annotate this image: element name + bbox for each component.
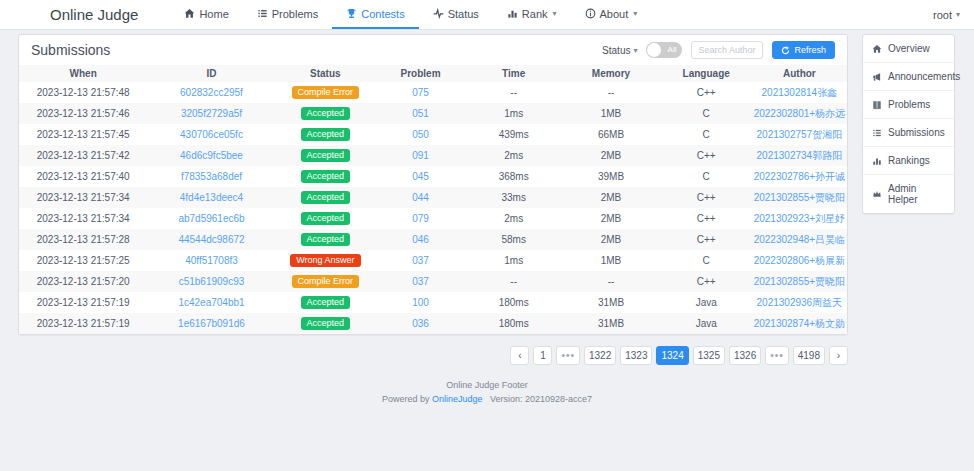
- id-link[interactable]: 44544dc98672: [178, 234, 244, 245]
- table-row: 2023-12-13 21:57:4246d6c9fc5beeAccepted0…: [19, 145, 847, 166]
- sidebar-item-admin-helper[interactable]: Admin Helper: [863, 175, 954, 213]
- id-link[interactable]: 602832cc295f: [180, 87, 243, 98]
- cell-author: 2022302806+杨展新: [752, 250, 847, 271]
- cell-problem: 046: [375, 229, 466, 250]
- author-link[interactable]: 2021302757贺湘阳: [757, 129, 843, 140]
- id-link[interactable]: 3205f2729a5f: [181, 108, 242, 119]
- page-ellipsis[interactable]: •••: [765, 346, 789, 365]
- sidebar-item-label: Submissions: [888, 127, 945, 138]
- mine-all-toggle[interactable]: All: [646, 42, 682, 58]
- column-header-when: When: [19, 65, 147, 82]
- author-link[interactable]: 2021302936周益天: [757, 297, 843, 308]
- problem-link[interactable]: 075: [412, 87, 429, 98]
- problem-link[interactable]: 036: [412, 318, 429, 329]
- id-link[interactable]: 1e6167b091d6: [178, 318, 245, 329]
- brand-logo[interactable]: Online Judge: [50, 0, 138, 29]
- refresh-label: Refresh: [794, 45, 826, 55]
- problem-link[interactable]: 046: [412, 234, 429, 245]
- status-filter-dropdown[interactable]: Status ▾: [602, 45, 637, 56]
- page-button-1326[interactable]: 1326: [729, 346, 761, 365]
- id-link[interactable]: 430706ce05fc: [180, 129, 243, 140]
- id-link[interactable]: 1c42ea704bb1: [178, 297, 244, 308]
- id-link[interactable]: 40ff51708f3: [185, 255, 238, 266]
- page-button-4198[interactable]: 4198: [793, 346, 825, 365]
- panel-header: Submissions Status ▾ All: [19, 35, 847, 65]
- id-link[interactable]: 46d6c9fc5bee: [180, 150, 243, 161]
- cell-when: 2023-12-13 21:57:19: [19, 313, 147, 334]
- nav-item-status[interactable]: Status: [419, 0, 493, 29]
- id-link[interactable]: c51b61909c93: [179, 276, 245, 287]
- cell-memory: 66MB: [561, 124, 660, 145]
- cell-memory: 1MB: [561, 250, 660, 271]
- cell-language: C: [661, 124, 752, 145]
- page-button-1323[interactable]: 1323: [620, 346, 652, 365]
- author-link[interactable]: 2022302948+吕昊临: [754, 234, 845, 245]
- list-icon: [257, 8, 268, 19]
- footer-line1: Online Judge Footer: [0, 379, 974, 393]
- cell-language: C++: [661, 229, 752, 250]
- table-row: 2023-12-13 21:57:2844544dc98672Accepted0…: [19, 229, 847, 250]
- sidebar-item-overview[interactable]: Overview: [863, 35, 954, 63]
- problem-link[interactable]: 079: [412, 213, 429, 224]
- nav-item-home[interactable]: Home: [170, 0, 242, 29]
- cell-time: 1ms: [466, 250, 561, 271]
- sidebar-item-announcements[interactable]: Announcements: [863, 63, 954, 91]
- page-button-1322[interactable]: 1322: [584, 346, 616, 365]
- author-link[interactable]: 2021302855+贾晓阳: [754, 192, 845, 203]
- problem-link[interactable]: 044: [412, 192, 429, 203]
- page-button-1324[interactable]: 1324: [656, 346, 688, 365]
- author-link[interactable]: 2021302923+刘星妤: [754, 213, 845, 224]
- sidebar-item-rankings[interactable]: Rankings: [863, 147, 954, 175]
- problem-link[interactable]: 037: [412, 255, 429, 266]
- user-menu[interactable]: root ▾: [933, 0, 960, 29]
- problem-link[interactable]: 051: [412, 108, 429, 119]
- problem-link[interactable]: 100: [412, 297, 429, 308]
- nav-item-about[interactable]: About▾: [571, 0, 652, 29]
- nav-item-problems[interactable]: Problems: [243, 0, 332, 29]
- submissions-column: Submissions Status ▾ All: [18, 34, 848, 365]
- id-link[interactable]: ab7d5961ec6b: [178, 213, 244, 224]
- author-link[interactable]: 2022302801+杨亦远: [754, 108, 845, 119]
- author-link[interactable]: 2021302874+杨文勋: [754, 318, 845, 329]
- problem-link[interactable]: 045: [412, 171, 429, 182]
- id-link[interactable]: 4fd4e13deec4: [180, 192, 243, 203]
- author-link[interactable]: 2021302734郭路阳: [757, 150, 843, 161]
- sidebar-item-submissions[interactable]: Submissions: [863, 119, 954, 147]
- id-link[interactable]: f78353a68def: [181, 171, 242, 182]
- cell-problem: 050: [375, 124, 466, 145]
- author-link[interactable]: 2021302814张鑫: [762, 87, 838, 98]
- page-ellipsis[interactable]: •••: [556, 346, 580, 365]
- cell-time: 2ms: [466, 145, 561, 166]
- author-link[interactable]: 2022302786+孙开诚: [754, 171, 845, 182]
- onlinejudge-link[interactable]: OnlineJudge: [432, 394, 483, 404]
- problem-link[interactable]: 037: [412, 276, 429, 287]
- sidebar-item-problems[interactable]: Problems: [863, 91, 954, 119]
- cell-status: Accepted: [276, 292, 375, 313]
- column-header-status: Status: [276, 65, 375, 82]
- problem-link[interactable]: 050: [412, 129, 429, 140]
- cell-time: --: [466, 82, 561, 103]
- cell-id: 46d6c9fc5bee: [147, 145, 275, 166]
- cell-problem: 091: [375, 145, 466, 166]
- prev-page-button[interactable]: ‹: [510, 346, 529, 365]
- refresh-button[interactable]: Refresh: [772, 41, 835, 59]
- cell-language: C: [661, 250, 752, 271]
- author-link[interactable]: 2022302806+杨展新: [754, 255, 845, 266]
- column-header-language: Language: [661, 65, 752, 82]
- cell-author: 2021302855+贾晓阳: [752, 271, 847, 292]
- page-button-1[interactable]: 1: [533, 346, 552, 365]
- author-link[interactable]: 2021302855+贾晓阳: [754, 276, 845, 287]
- cell-time: 180ms: [466, 313, 561, 334]
- cell-when: 2023-12-13 21:57:28: [19, 229, 147, 250]
- next-page-button[interactable]: ›: [829, 346, 848, 365]
- nav-item-contests[interactable]: Contests: [332, 0, 418, 29]
- cell-memory: 39MB: [561, 166, 660, 187]
- page-button-1325[interactable]: 1325: [693, 346, 725, 365]
- trophy-icon: [346, 8, 357, 19]
- column-header-memory: Memory: [561, 65, 660, 82]
- cell-id: 1e6167b091d6: [147, 313, 275, 334]
- cell-time: 180ms: [466, 292, 561, 313]
- search-author-input[interactable]: [691, 41, 763, 59]
- nav-item-rank[interactable]: Rank▾: [493, 0, 571, 29]
- problem-link[interactable]: 091: [412, 150, 429, 161]
